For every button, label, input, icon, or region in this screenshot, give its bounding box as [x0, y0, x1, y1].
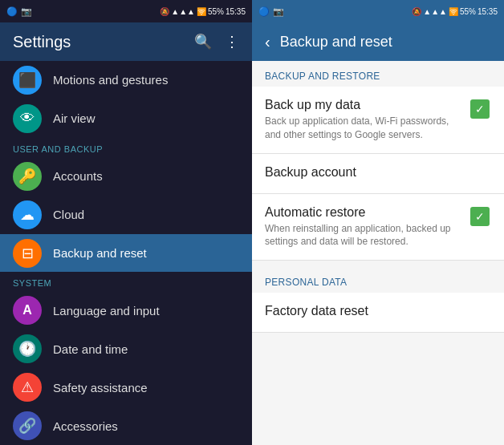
left-status-right: 🔕 ▲▲▲ 🛜 55% 15:35	[160, 7, 246, 16]
backup-icon: ⊟	[13, 239, 42, 268]
accounts-icon: 🔑	[13, 162, 42, 191]
menu-item-airview[interactable]: 👁 Air view	[0, 99, 252, 138]
menu-item-accessories[interactable]: 🔗 Accessories	[0, 407, 252, 445]
cloud-icon: ☁	[13, 200, 42, 229]
wifi-icon: 🛜	[197, 7, 206, 16]
left-icon2: 📷	[21, 6, 32, 17]
cloud-label: Cloud	[53, 208, 84, 221]
menu-item-cloud[interactable]: ☁ Cloud	[0, 196, 252, 234]
auto-restore-check: ✓	[469, 205, 491, 228]
header-icons: 🔍 ⋮	[194, 33, 239, 51]
right-header: ‹ Backup and reset	[252, 22, 504, 61]
left-status-icons: 🔵 📷	[6, 6, 32, 17]
language-icon: A	[13, 296, 42, 325]
menu-item-backup[interactable]: ⊟ Backup and reset	[0, 234, 252, 273]
auto-restore-desc: When reinstalling an application, backed…	[265, 222, 462, 249]
backup-data-desc: Back up application data, Wi-Fi password…	[265, 115, 462, 142]
airview-label: Air view	[53, 111, 96, 125]
more-options-icon[interactable]: ⋮	[225, 33, 239, 51]
settings-title: Settings	[13, 33, 71, 51]
right-signal-icon: ▲▲▲	[423, 7, 447, 16]
section-backup-header: BACKUP AND RESTORE	[252, 61, 504, 87]
settings-header: Settings 🔍 ⋮	[0, 22, 252, 61]
left-status-bar: 🔵 📷 🔕 ▲▲▲ 🛜 55% 15:35	[0, 0, 252, 22]
battery-text: 55%	[208, 7, 224, 16]
setting-backup-account[interactable]: Backup account	[252, 154, 504, 194]
datetime-label: Date and time	[53, 342, 128, 356]
backup-account-text: Backup account	[265, 165, 491, 182]
backup-data-check: ✓	[469, 98, 491, 120]
section-gap	[252, 261, 504, 267]
motions-label: Motions and gestures	[53, 73, 168, 87]
safety-icon: ⚠	[13, 373, 42, 402]
airview-icon: 👁	[13, 104, 42, 133]
menu-item-accounts[interactable]: 🔑 Accounts	[0, 157, 252, 196]
accessories-label: Accessories	[53, 419, 118, 433]
accounts-label: Accounts	[53, 169, 103, 183]
left-panel: 🔵 📷 🔕 ▲▲▲ 🛜 55% 15:35 Settings 🔍 ⋮ ⬛ Mot…	[0, 0, 252, 445]
menu-item-safety[interactable]: ⚠ Safety assistance	[0, 368, 252, 407]
menu-item-datetime[interactable]: 🕐 Date and time	[0, 330, 252, 368]
auto-restore-title: Automatic restore	[265, 205, 462, 220]
backup-label: Backup and reset	[53, 246, 147, 260]
section-system: SYSTEM	[0, 272, 252, 291]
right-title: Backup and reset	[280, 34, 392, 51]
factory-reset-text: Factory data reset	[265, 304, 491, 321]
setting-backup-data[interactable]: Back up my data Back up application data…	[252, 87, 504, 154]
right-icon2: 📷	[273, 6, 284, 17]
factory-reset-title: Factory data reset	[265, 304, 491, 318]
right-battery: 55%	[460, 7, 476, 16]
right-silent-icon: 🔕	[412, 7, 421, 16]
signal-icon: ▲▲▲	[171, 7, 195, 16]
time-left: 15:35	[226, 7, 246, 16]
menu-item-language[interactable]: A Language and input	[0, 291, 252, 330]
back-button[interactable]: ‹	[265, 33, 270, 51]
right-status-icons-right: 🔕 ▲▲▲ 🛜 55% 15:35	[412, 7, 498, 16]
right-panel: 🔵 📷 🔕 ▲▲▲ 🛜 55% 15:35 ‹ Backup and reset…	[252, 0, 504, 445]
search-icon[interactable]: 🔍	[194, 33, 212, 51]
backup-data-checkmark: ✓	[470, 99, 490, 119]
right-status-icons-left: 🔵 📷	[258, 6, 284, 17]
setting-factory-reset[interactable]: Factory data reset	[252, 293, 504, 333]
datetime-icon: 🕐	[13, 334, 42, 363]
right-time: 15:35	[478, 7, 498, 16]
auto-restore-text: Automatic restore When reinstalling an a…	[265, 205, 462, 249]
section-personal-header: PERSONAL DATA	[252, 267, 504, 293]
language-label: Language and input	[53, 304, 160, 318]
setting-auto-restore[interactable]: Automatic restore When reinstalling an a…	[252, 194, 504, 261]
silent-icon: 🔕	[160, 7, 169, 16]
auto-restore-checkmark: ✓	[470, 207, 490, 226]
backup-data-text: Back up my data Back up application data…	[265, 98, 462, 142]
right-status-bar: 🔵 📷 🔕 ▲▲▲ 🛜 55% 15:35	[252, 0, 504, 22]
right-icon1: 🔵	[258, 6, 270, 17]
motions-icon: ⬛	[13, 66, 42, 95]
right-wifi-icon: 🛜	[449, 7, 458, 16]
accessories-icon: 🔗	[13, 411, 42, 440]
section-user-backup: USER AND BACKUP	[0, 138, 252, 157]
right-content: BACKUP AND RESTORE Back up my data Back …	[252, 61, 504, 445]
left-icon1: 🔵	[6, 6, 18, 17]
menu-item-motions[interactable]: ⬛ Motions and gestures	[0, 61, 252, 99]
backup-account-title: Backup account	[265, 165, 491, 180]
safety-label: Safety assistance	[53, 381, 148, 394]
backup-data-title: Back up my data	[265, 98, 462, 112]
